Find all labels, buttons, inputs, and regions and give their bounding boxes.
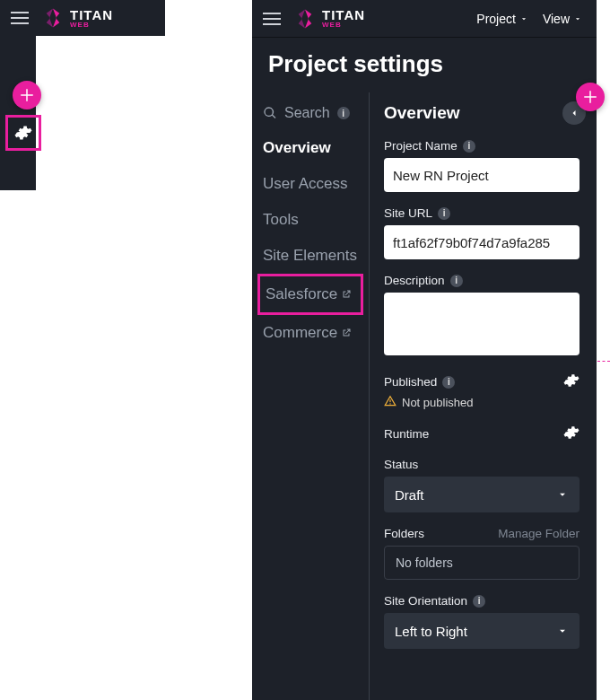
plus-icon (19, 87, 35, 103)
folders-label: Folders (384, 527, 424, 540)
menu-icon[interactable] (7, 5, 32, 31)
nav-item-salesforce[interactable]: Salesforce (257, 274, 363, 315)
site-url-input[interactable] (384, 225, 580, 259)
content-title: Overview (384, 103, 460, 123)
nav-item-commerce[interactable]: Commerce (257, 315, 363, 351)
manage-folder-link[interactable]: Manage Folder (498, 527, 580, 540)
gear-icon (14, 124, 32, 142)
published-settings-button[interactable] (563, 372, 580, 391)
site-url-label: Site URL (384, 206, 432, 220)
project-name-input[interactable] (384, 158, 580, 192)
nav-item-tools[interactable]: Tools (257, 202, 363, 238)
search-icon (263, 106, 277, 120)
info-icon: i (442, 376, 455, 389)
published-status: Not published (402, 396, 474, 409)
description-label: Description (384, 274, 445, 287)
nav-search[interactable]: Search i (257, 101, 363, 130)
folders-value: No folders (384, 546, 580, 580)
settings-button-highlight[interactable] (5, 115, 41, 151)
chevron-down-icon (573, 14, 582, 23)
view-menu-label: View (543, 12, 570, 26)
status-value: Draft (395, 487, 424, 503)
brand-sub: WEB (70, 22, 113, 29)
gear-icon (563, 372, 580, 389)
gear-icon (563, 424, 580, 441)
panel-brand-logo: TITAN WEB (293, 7, 365, 31)
info-icon: i (450, 275, 463, 287)
status-label: Status (384, 458, 418, 471)
project-name-label: Project Name (384, 139, 458, 153)
description-input[interactable] (384, 293, 580, 355)
add-button[interactable] (13, 81, 41, 109)
left-sidebar (0, 36, 36, 190)
info-icon: i (463, 140, 475, 153)
nav-item-site-elements[interactable]: Site Elements (257, 238, 363, 274)
nav-item-overview[interactable]: Overview (257, 130, 363, 166)
left-topbar: TITAN WEB (0, 0, 165, 36)
nav-search-label: Search (284, 105, 330, 121)
settings-panel: TITAN WEB Project View Project settings … (252, 0, 597, 700)
page-title: Project settings (252, 38, 597, 92)
svg-rect-0 (389, 399, 390, 402)
nav-item-salesforce-label: Salesforce (266, 285, 337, 303)
nav-item-user-access[interactable]: User Access (257, 166, 363, 202)
external-link-icon (341, 328, 352, 338)
brand-logo: TITAN WEB (41, 6, 113, 30)
orientation-label: Site Orientation (384, 594, 467, 608)
plus-icon (582, 89, 598, 105)
panel-topbar: TITAN WEB Project View (252, 0, 597, 38)
settings-nav: Search i Overview User Access Tools Site… (252, 92, 370, 700)
info-icon: i (438, 207, 450, 220)
svg-rect-1 (389, 403, 390, 404)
brand-title: TITAN (322, 8, 365, 22)
logo-mark-icon (41, 6, 65, 30)
settings-content: Overview Project Name i Site URL i (370, 92, 597, 700)
panel-menu-icon[interactable] (259, 6, 284, 31)
guide-line (597, 361, 610, 362)
brand-title: TITAN (70, 8, 113, 22)
chevron-left-icon (569, 108, 580, 118)
chevron-down-icon (556, 625, 569, 637)
chevron-down-icon (556, 488, 569, 501)
external-link-icon (341, 289, 352, 300)
project-menu[interactable]: Project (476, 12, 528, 26)
status-select[interactable]: Draft (384, 477, 580, 512)
orientation-value: Left to Right (395, 624, 467, 639)
view-menu[interactable]: View (543, 12, 582, 26)
logo-mark-icon (293, 7, 317, 31)
panel-add-button[interactable] (576, 83, 605, 111)
info-icon: i (337, 107, 350, 119)
brand-sub: WEB (322, 22, 365, 29)
orientation-select[interactable]: Left to Right (384, 613, 580, 649)
warning-icon (384, 395, 396, 410)
runtime-label: Runtime (384, 427, 429, 441)
published-label: Published (384, 375, 437, 389)
project-menu-label: Project (476, 12, 516, 26)
info-icon: i (473, 595, 485, 608)
chevron-down-icon (519, 14, 528, 23)
nav-item-commerce-label: Commerce (263, 324, 337, 342)
runtime-settings-button[interactable] (563, 424, 580, 443)
